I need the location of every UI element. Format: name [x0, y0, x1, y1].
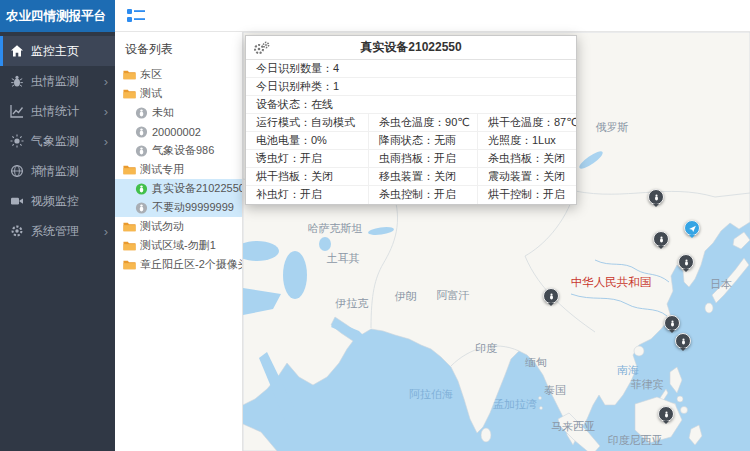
device-status-icon — [135, 202, 148, 214]
popup-grid-cell: 光照度：1Lux — [477, 132, 576, 149]
popup-info-row: 今日识别种类：1 — [246, 78, 576, 96]
device-list-panel: 设备列表 东区测试未知20000002气象设备986测试专用真实设备210225… — [115, 32, 243, 451]
tree-item-label: 东区 — [140, 67, 162, 82]
popup-info-row: 设备状态：在线 — [246, 96, 576, 114]
sidebar-item-5[interactable]: 视频监控 — [0, 186, 115, 216]
popup-grid-row: 电池电量：0%降雨状态：无雨光照度：1Lux — [246, 132, 576, 150]
folder-icon — [123, 259, 136, 271]
sidebar-item-label: 墒情监测 — [31, 163, 108, 180]
tree-item-label: 测试专用 — [140, 162, 184, 177]
sidebar-item-4[interactable]: 墒情监测 — [0, 156, 115, 186]
popup-grid-row: 烘干挡板：关闭移虫装置：关闭震动装置：关闭 — [246, 168, 576, 186]
tree-item-label: 测试 — [140, 86, 162, 101]
chevron-right-icon: › — [104, 135, 108, 148]
topbar — [115, 0, 750, 32]
popup-grid-cell: 烘干仓温度：87℃ — [477, 114, 576, 131]
bug-icon — [10, 74, 24, 88]
popup-title: 真实设备21022550 — [360, 39, 461, 56]
sidebar-item-2[interactable]: 虫情统计› — [0, 96, 115, 126]
popup-grid-row: 诱虫灯：开启虫雨挡板：开启杀虫挡板：关闭 — [246, 150, 576, 168]
popup-grid-cell: 烘干控制：开启 — [477, 186, 576, 204]
sidebar-item-3[interactable]: 气象监测› — [0, 126, 115, 156]
popup-grid-cell: 降雨状态：无雨 — [368, 132, 477, 149]
folder-icon — [123, 69, 136, 81]
tree-folder-10[interactable]: 章丘阳丘区-2个摄像头 — [115, 255, 242, 274]
map-marker-6[interactable] — [658, 406, 674, 422]
map-marker-3[interactable] — [543, 288, 559, 304]
chevron-right-icon: › — [104, 225, 108, 238]
chevron-right-icon: › — [104, 75, 108, 88]
map-marker-active-7[interactable] — [684, 220, 700, 236]
sidebar-item-6[interactable]: 系统管理› — [0, 216, 115, 246]
device-info-popup: 真实设备21022550 今日识别数量：4今日识别种类：1设备状态：在线 运行模… — [245, 35, 577, 205]
popup-grid-cell: 杀虫控制：开启 — [368, 186, 477, 204]
sidebar-item-label: 视频监控 — [31, 193, 108, 210]
sidebar-item-label: 监控主页 — [31, 43, 108, 60]
popup-info-row: 今日识别数量：4 — [246, 60, 576, 78]
sidebar-nav: 监控主页虫情监测›虫情统计›气象监测›墒情监测视频监控系统管理› — [0, 32, 115, 246]
tree-device-7[interactable]: 不要动99999999 — [115, 198, 242, 217]
tree-folder-0[interactable]: 东区 — [115, 65, 242, 84]
folder-icon — [123, 164, 136, 176]
device-status-icon — [135, 145, 148, 157]
popup-rows: 今日识别数量：4今日识别种类：1设备状态：在线 — [246, 60, 576, 114]
video-icon — [10, 194, 24, 208]
sidebar-item-label: 虫情统计 — [31, 103, 104, 120]
tree-item-label: 测试勿动 — [140, 219, 184, 234]
gears-icon[interactable] — [253, 41, 270, 55]
tree-folder-5[interactable]: 测试专用 — [115, 160, 242, 179]
folder-icon — [123, 240, 136, 252]
tree-item-label: 章丘阳丘区-2个摄像头 — [140, 257, 242, 272]
popup-grid-cell: 诱虫灯：开启 — [246, 150, 368, 167]
popup-grid-cell: 运行模式：自动模式 — [246, 114, 368, 131]
panel-toggle-icon[interactable] — [127, 8, 145, 23]
weather-icon — [10, 134, 24, 148]
tree-device-6[interactable]: 真实设备21022550 — [115, 179, 242, 198]
tree-item-label: 不要动99999999 — [152, 200, 234, 215]
popup-grid-cell: 杀虫仓温度：90℃ — [368, 114, 477, 131]
device-status-icon — [135, 126, 148, 138]
popup-grid-cell: 移虫装置：关闭 — [368, 168, 477, 185]
popup-grid: 运行模式：自动模式杀虫仓温度：90℃烘干仓温度：87℃电池电量：0%降雨状态：无… — [246, 114, 576, 204]
map-marker-2[interactable] — [678, 254, 694, 270]
app-logo: 农业四情测报平台 — [0, 0, 115, 32]
device-tree: 东区测试未知20000002气象设备986测试专用真实设备21022550不要动… — [115, 65, 242, 274]
popup-header: 真实设备21022550 — [246, 36, 576, 60]
app-title: 农业四情测报平台 — [6, 8, 106, 25]
map-marker-5[interactable] — [675, 333, 691, 349]
device-status-icon — [135, 183, 148, 195]
map-marker-1[interactable] — [653, 231, 669, 247]
tree-folder-8[interactable]: 测试勿动 — [115, 217, 242, 236]
tree-item-label: 气象设备986 — [152, 143, 214, 158]
popup-grid-cell: 杀虫挡板：关闭 — [477, 150, 576, 167]
popup-grid-cell: 电池电量：0% — [246, 132, 368, 149]
chart-icon — [10, 104, 24, 118]
sidebar-item-label: 系统管理 — [31, 223, 104, 240]
tree-item-label: 20000002 — [152, 126, 201, 138]
gear-icon — [10, 224, 24, 238]
map-marker-4[interactable] — [664, 315, 680, 331]
tree-folder-9[interactable]: 测试区域-勿删1 — [115, 236, 242, 255]
map-marker-0[interactable] — [648, 189, 664, 205]
tree-device-4[interactable]: 气象设备986 — [115, 141, 242, 160]
folder-icon — [123, 88, 136, 100]
sidebar: 农业四情测报平台 监控主页虫情监测›虫情统计›气象监测›墒情监测视频监控系统管理… — [0, 0, 115, 451]
sidebar-item-1[interactable]: 虫情监测› — [0, 66, 115, 96]
popup-grid-cell: 震动装置：关闭 — [477, 168, 576, 185]
tree-device-2[interactable]: 未知 — [115, 103, 242, 122]
folder-icon — [123, 221, 136, 233]
popup-grid-row: 补虫灯：开启杀虫控制：开启烘干控制：开启 — [246, 186, 576, 204]
popup-grid-cell: 烘干挡板：关闭 — [246, 168, 368, 185]
device-status-icon — [135, 107, 148, 119]
tree-device-3[interactable]: 20000002 — [115, 122, 242, 141]
sidebar-item-label: 虫情监测 — [31, 73, 104, 90]
home-icon — [10, 44, 24, 58]
sidebar-item-label: 气象监测 — [31, 133, 104, 150]
popup-grid-row: 运行模式：自动模式杀虫仓温度：90℃烘干仓温度：87℃ — [246, 114, 576, 132]
globe-icon — [10, 164, 24, 178]
tree-folder-1[interactable]: 测试 — [115, 84, 242, 103]
popup-grid-cell: 虫雨挡板：开启 — [368, 150, 477, 167]
sidebar-item-0[interactable]: 监控主页 — [0, 36, 115, 66]
tree-item-label: 测试区域-勿删1 — [140, 238, 216, 253]
device-list-title: 设备列表 — [115, 32, 242, 65]
